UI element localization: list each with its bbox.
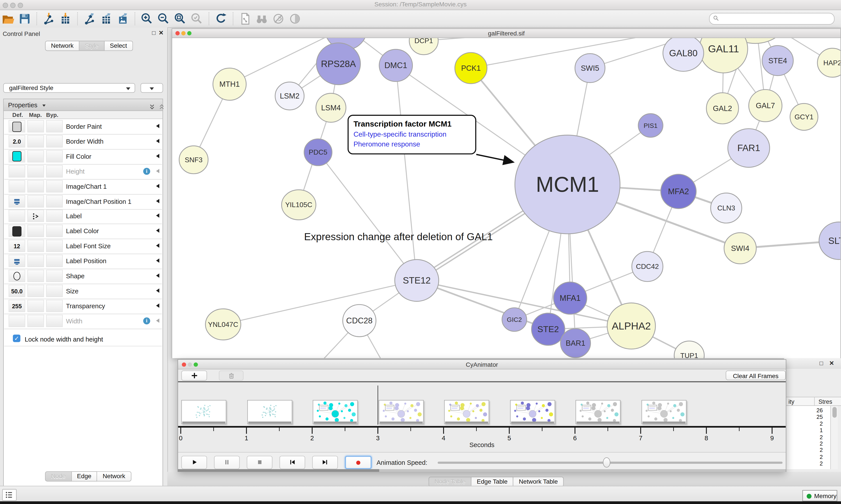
property-cell[interactable] (28, 150, 44, 162)
property-row-label[interactable]: Label (4, 209, 162, 224)
edge-STE12-YNL047C[interactable] (223, 281, 417, 324)
frame-thumbnail-6[interactable] (510, 400, 555, 424)
property-cell[interactable] (28, 300, 44, 312)
annotation-link[interactable]: Pheromone response (354, 140, 470, 149)
property-cell[interactable] (8, 120, 25, 132)
tab-network-table[interactable]: Network Table (513, 476, 563, 487)
table-column-header[interactable]: ity Stres (784, 397, 841, 406)
import-table-icon[interactable] (58, 12, 73, 26)
table-scrollbar[interactable] (830, 406, 838, 469)
property-row-width[interactable]: Widthi (4, 313, 162, 329)
search-input[interactable] (709, 13, 835, 25)
table-cell[interactable]: 2 (784, 433, 823, 440)
property-cell[interactable] (46, 314, 63, 327)
property-cell[interactable] (8, 180, 25, 192)
edge-PDC5-STE12[interactable] (318, 152, 417, 281)
zoom-out-icon[interactable] (157, 12, 171, 26)
frame-thumbnail-4[interactable] (378, 400, 424, 424)
clear-all-frames-button[interactable]: Clear All Frames (726, 371, 786, 380)
float-panel-icon[interactable]: □ (152, 30, 156, 36)
disclosure-icon[interactable] (154, 199, 159, 203)
table-cell[interactable]: 2 (784, 447, 823, 453)
table-cell[interactable]: 2 (784, 420, 823, 427)
disclosure-icon[interactable] (154, 169, 159, 173)
properties-header[interactable]: Properties (4, 99, 162, 111)
property-cell[interactable] (28, 135, 44, 147)
property-cell[interactable] (28, 210, 44, 222)
export-image-icon[interactable] (116, 12, 130, 26)
property-row-shape[interactable]: Shape (4, 269, 162, 284)
property-cell[interactable] (28, 285, 44, 297)
pause-button[interactable] (214, 456, 240, 469)
tab-select[interactable]: Select (105, 41, 133, 51)
table-cell[interactable]: 2 (784, 453, 823, 460)
property-cell[interactable]: 255 (8, 300, 25, 312)
frame-thumbnail-7[interactable] (576, 400, 621, 424)
cyanimator-timeline[interactable]: 0123456789 Seconds (178, 383, 786, 452)
skip-to-end-button[interactable] (312, 456, 338, 469)
property-cell[interactable]: 2.0 (8, 135, 25, 147)
disclosure-icon[interactable] (154, 244, 159, 248)
tab-network-bottom[interactable]: Network (97, 471, 131, 482)
property-cell[interactable] (28, 314, 44, 327)
disclosure-icon[interactable] (154, 273, 159, 278)
property-row-label-color[interactable]: Label Color (4, 224, 162, 239)
disclosure-icon[interactable] (154, 154, 159, 158)
frame-thumbnail-3[interactable] (313, 400, 358, 424)
property-cell[interactable] (46, 165, 63, 177)
record-button[interactable] (345, 456, 372, 469)
tab-node[interactable]: Node (45, 471, 72, 482)
table-cell[interactable]: 2 (784, 460, 823, 467)
show-panels-button[interactable] (2, 489, 17, 501)
import-network-icon[interactable] (42, 12, 56, 26)
tab-style[interactable]: Style (79, 41, 105, 51)
property-row-image-chart-position-1[interactable]: Image/Chart Position 1 (4, 194, 162, 209)
timeline-playhead[interactable] (377, 385, 378, 425)
property-cell[interactable]: 12 (8, 240, 25, 252)
disclosure-icon[interactable] (154, 229, 159, 233)
frame-thumbnail-5[interactable] (444, 400, 489, 424)
property-row-label-font-size[interactable]: 12Label Font Size (4, 239, 162, 254)
property-row-label-position[interactable]: Label Position (4, 254, 162, 269)
annotation-link[interactable]: Cell-type-specific transcription (354, 130, 470, 140)
lock-checkbox[interactable]: ✓ (13, 334, 20, 342)
network-document-icon[interactable] (238, 12, 252, 26)
memory-button[interactable]: Memory (803, 490, 837, 501)
tab-edge[interactable]: Edge (72, 471, 97, 482)
refresh-icon[interactable] (214, 12, 229, 26)
property-cell[interactable] (8, 270, 25, 282)
save-icon[interactable] (18, 12, 32, 26)
timeline-scrollbar[interactable] (178, 469, 786, 472)
style-options-button[interactable] (141, 83, 163, 93)
property-cell[interactable] (28, 225, 44, 237)
edge-DMC1-STE12[interactable] (396, 66, 417, 281)
zoom-in-icon[interactable] (140, 12, 155, 26)
info-icon[interactable]: i (143, 168, 150, 175)
property-row-border-width[interactable]: 2.0Border Width (4, 134, 162, 149)
tab-node-table[interactable]: Node Table (429, 476, 471, 487)
property-cell[interactable] (8, 255, 25, 267)
property-cell[interactable] (8, 150, 25, 162)
property-cell[interactable] (8, 225, 25, 237)
property-cell[interactable] (46, 180, 63, 192)
zoom-fit-icon[interactable] (173, 12, 188, 26)
property-cell[interactable] (28, 180, 44, 192)
export-network-icon[interactable] (83, 12, 97, 26)
property-cell[interactable] (46, 210, 63, 222)
property-cell[interactable] (8, 314, 25, 327)
table-cell[interactable]: 2 (784, 440, 823, 447)
animation-speed-slider-knob[interactable] (603, 457, 610, 468)
property-cell[interactable] (46, 150, 63, 162)
property-cell[interactable] (28, 165, 44, 177)
property-cell[interactable] (46, 270, 63, 282)
tab-edge-table[interactable]: Edge Table (471, 476, 514, 487)
property-cell[interactable] (46, 240, 63, 252)
property-row-transparency[interactable]: 255Transparency (4, 299, 162, 314)
property-cell[interactable] (46, 225, 63, 237)
property-row-size[interactable]: 50.0Size (4, 284, 162, 299)
disclosure-icon[interactable] (154, 124, 159, 128)
property-cell[interactable] (28, 270, 44, 282)
tab-network[interactable]: Network (45, 41, 79, 51)
property-cell[interactable] (28, 255, 44, 267)
open-folder-icon[interactable] (1, 12, 16, 26)
